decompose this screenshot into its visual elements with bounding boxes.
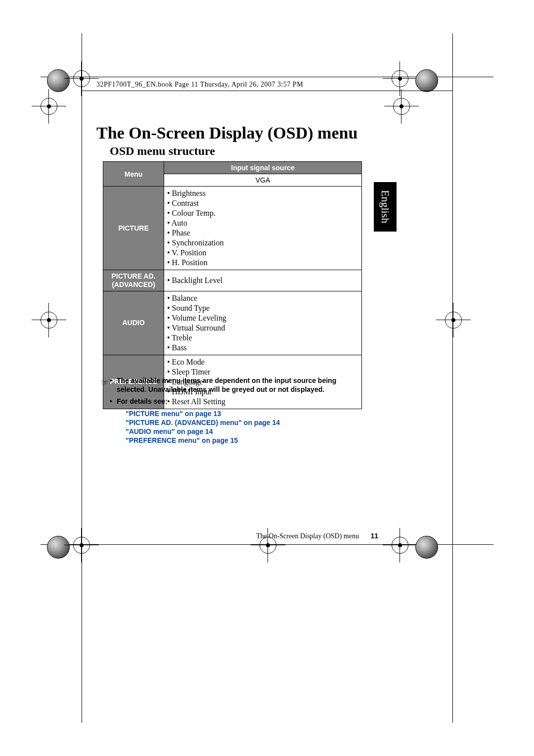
note-line-1: The available menu items are dependent o… — [117, 376, 362, 394]
registration-mark-icon — [392, 537, 408, 554]
cell-vga: VGA — [164, 174, 362, 187]
note-icon: ☞ — [101, 377, 109, 388]
row-items-picture-ad: Backlight Level — [164, 270, 362, 291]
row-label-audio: AUDIO — [103, 291, 164, 355]
registration-mark-icon — [41, 312, 57, 329]
printer-mark-ball — [47, 536, 70, 559]
page-number: 11 — [370, 532, 378, 540]
th-menu: Menu — [103, 162, 164, 187]
registration-mark-icon — [73, 537, 90, 554]
row-items-audio: Balance Sound Type Volume Leveling Virtu… — [164, 291, 362, 355]
link-preference-menu[interactable]: "PREFERENCE menu" on page 15 — [126, 436, 362, 445]
osd-menu-table: Menu Input signal source VGA PICTURE Bri… — [103, 161, 362, 409]
footer-text: The On-Screen Display (OSD) menu — [256, 532, 359, 540]
page-footer: The On-Screen Display (OSD) menu 11 — [256, 532, 378, 540]
table-row: PICTURE AD. (ADVANCED) Backlight Level — [103, 270, 362, 291]
printer-mark-ball — [415, 69, 438, 92]
row-label-picture-ad: PICTURE AD. (ADVANCED) — [103, 270, 164, 291]
table-row: AUDIO Balance Sound Type Volume Leveling… — [103, 291, 362, 355]
row-items-picture: Brightness Contrast Colour Temp. Auto Ph… — [164, 187, 362, 270]
page-title: The On-Screen Display (OSD) menu — [96, 124, 357, 142]
language-tab-label: English — [379, 190, 392, 223]
book-header: 32PF1700T_96_EN.book Page 11 Thursday, A… — [96, 81, 303, 89]
registration-mark-icon — [445, 312, 462, 329]
section-title: OSD menu structure — [110, 144, 215, 158]
link-picture-menu[interactable]: "PICTURE menu" on page 13 — [126, 409, 362, 418]
registration-mark-icon — [73, 70, 90, 87]
link-audio-menu[interactable]: "AUDIO menu" on page 14 — [126, 427, 362, 436]
printer-mark-ball — [415, 536, 438, 559]
notes-block: ☞ • The available menu items are depende… — [110, 376, 362, 445]
table-row: PICTURE Brightness Contrast Colour Temp.… — [103, 187, 362, 270]
printer-mark-ball — [47, 69, 70, 92]
th-source: Input signal source — [164, 162, 362, 174]
note-line-2: For details see: — [117, 397, 168, 406]
registration-mark-icon — [392, 70, 408, 87]
registration-mark-icon — [393, 98, 410, 115]
language-tab: English — [374, 182, 397, 232]
row-label-picture: PICTURE — [103, 187, 164, 270]
link-picture-ad-menu[interactable]: "PICTURE AD. (ADVANCED) menu" on page 14 — [126, 418, 362, 427]
registration-mark-icon — [41, 98, 57, 115]
